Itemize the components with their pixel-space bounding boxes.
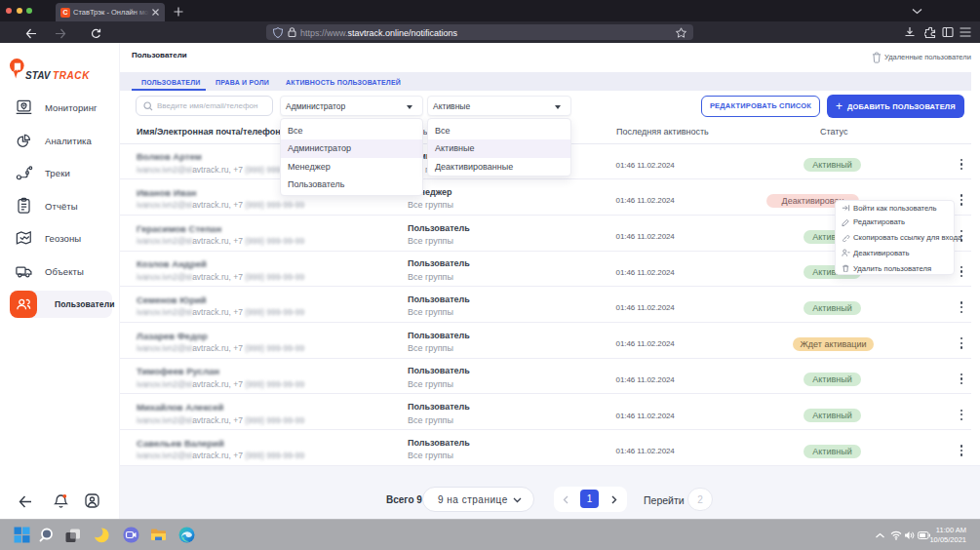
- svg-text:TRACK: TRACK: [53, 70, 90, 81]
- svg-text:STAV: STAV: [25, 70, 52, 81]
